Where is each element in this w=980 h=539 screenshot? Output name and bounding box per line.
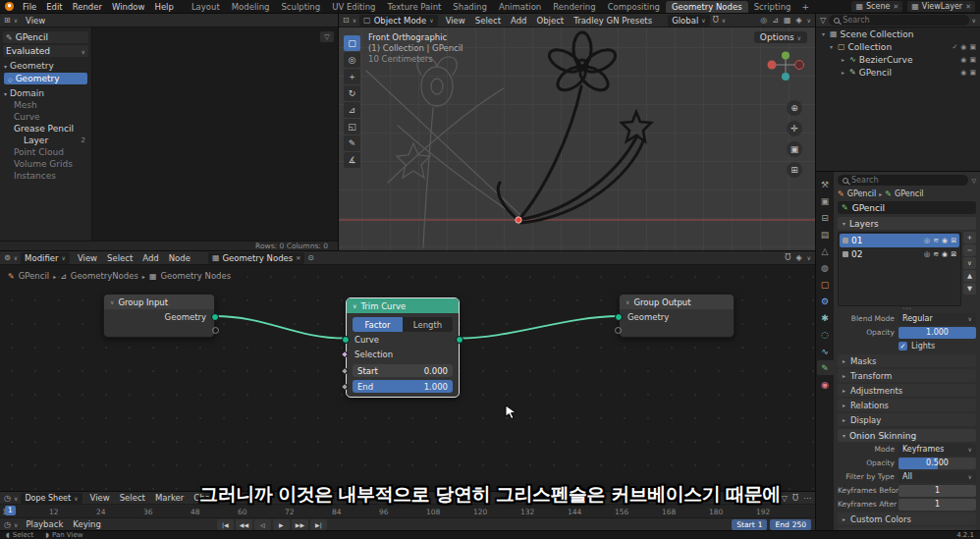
hide-viewport-icon[interactable]: ◉	[960, 43, 966, 51]
transport-button[interactable]: |◀	[217, 519, 234, 530]
node-context-dropdown[interactable]: Modifier ∨	[21, 252, 70, 264]
viewport-menu-item[interactable]: Select	[470, 16, 506, 26]
viewport-nav-button[interactable]: ▣	[787, 141, 802, 157]
workspace-tab[interactable]: Rendering	[547, 1, 601, 13]
view3d-editor-icon[interactable]: ⊡	[343, 16, 350, 25]
node-tree-selector[interactable]: ▦ Geometry Nodes ✕	[208, 252, 304, 264]
transport-button[interactable]: ▶|	[310, 519, 327, 530]
scene-unlink-icon[interactable]: ✕	[893, 3, 898, 11]
collapse-icon[interactable]: ∨	[110, 298, 114, 305]
timeline-menu-item[interactable]: Keying	[68, 519, 106, 529]
panel-header[interactable]: Display	[838, 413, 976, 426]
unlink-icon[interactable]: ✕	[296, 254, 300, 261]
evaluation-state-dropdown[interactable]: Evaluated ∨	[3, 45, 88, 57]
domain-item-instances[interactable]: Instances	[2, 170, 89, 182]
filter-by-type-dropdown[interactable]: All ∨	[898, 471, 976, 483]
geometry-input-socket[interactable]	[615, 313, 623, 321]
layer-color-swatch[interactable]	[843, 238, 848, 243]
outliner-filter-icon[interactable]: ▽	[820, 16, 826, 25]
outliner-search-input[interactable]	[843, 16, 963, 25]
frame-end-field[interactable]: End 250	[770, 519, 811, 530]
node-header[interactable]: ∨ Group Output	[620, 295, 734, 309]
hide-viewport-icon[interactable]: ◉	[960, 69, 966, 77]
transport-button[interactable]: ◀◀	[236, 519, 252, 530]
workspace-tab[interactable]: Compositing	[602, 1, 666, 13]
gizmo-toggle-icon[interactable]: ⊿	[772, 16, 779, 25]
node-canvas[interactable]: ✎ GPencil ▸ ⊿ GeometryNodes ▸ ▦ Geometry…	[0, 265, 815, 491]
disable-render-icon[interactable]: ▣	[969, 56, 976, 64]
workspace-tab[interactable]: UV Editing	[326, 1, 381, 13]
curve-input-socket[interactable]	[342, 336, 350, 344]
expand-icon[interactable]: ▾	[828, 43, 835, 50]
layer-row[interactable]: 02 ◎ ≋ ◉ ⊠	[840, 247, 959, 261]
expand-icon[interactable]: ▾	[820, 30, 827, 37]
virtual-output-socket[interactable]	[212, 327, 219, 334]
onion-opacity-slider[interactable]: 0.500	[898, 458, 976, 469]
viewport-menu-item[interactable]: View	[441, 16, 470, 26]
domain-item-mesh[interactable]: Mesh	[2, 99, 89, 111]
workspace-tab[interactable]: Modeling	[226, 1, 276, 13]
visibility-toggle-icon[interactable]: ◉	[942, 237, 948, 244]
factor-mode-button[interactable]: Factor	[353, 317, 403, 332]
geometry-section-header[interactable]: ▾ Geometry	[2, 60, 89, 72]
virtual-input-socket[interactable]	[615, 327, 622, 334]
lights-checkbox[interactable]: ✓	[898, 342, 907, 350]
workspace-tab[interactable]: Layout	[186, 1, 226, 13]
onion-skinning-panel-header[interactable]: ▾ Onion Skinning	[838, 429, 976, 442]
viewlayer-unlink-icon[interactable]: ✕	[965, 3, 971, 11]
scene-selector[interactable]: ▦ Scene ✕	[851, 1, 902, 12]
move-layer-up-button[interactable]: ▲	[963, 270, 976, 282]
layer-color-swatch[interactable]	[843, 251, 848, 257]
layer-opacity-slider[interactable]: 1.000	[898, 327, 976, 339]
properties-tab[interactable]: ◉	[817, 377, 834, 392]
properties-search-input[interactable]	[851, 176, 963, 185]
spreadsheet-filter-button[interactable]: ▽	[320, 31, 334, 42]
viewport-nav-button[interactable]: ✛	[787, 121, 802, 136]
node-menu-item[interactable]: Node	[164, 253, 195, 263]
layer-name[interactable]: 02	[851, 249, 862, 259]
shading-toggle-icon[interactable]: ◈	[795, 16, 801, 25]
geometry-dataset-item[interactable]: ◇ Geometry	[4, 73, 87, 84]
properties-tab[interactable]: △	[817, 243, 834, 258]
domain-item-layer[interactable]: Layer 2	[2, 135, 89, 146]
spreadsheet-object-selector[interactable]: ✎ GPencil	[3, 31, 88, 43]
collapse-icon[interactable]: ∨	[353, 302, 356, 309]
viewport-tool-button[interactable]: ＋	[344, 69, 360, 84]
layer-specials-button[interactable]: ∨	[963, 257, 976, 269]
panel-header[interactable]: Relations	[838, 399, 976, 411]
mask-toggle-icon[interactable]: ◎	[924, 250, 930, 258]
layer-name[interactable]: 01	[851, 236, 862, 245]
viewport-tool-button[interactable]: ◱	[344, 119, 360, 135]
node-editor-icon[interactable]: ⊚	[4, 253, 11, 262]
mask-toggle-icon[interactable]: ◎	[924, 237, 930, 244]
object-mode-dropdown[interactable]: ▢ Object Mode ∨	[359, 15, 438, 27]
properties-tab[interactable]: ▣	[817, 193, 834, 208]
timeline-menu-item[interactable]: Playback	[21, 519, 68, 529]
properties-tab[interactable]: ▢	[817, 277, 834, 292]
checkbox-icon[interactable]: ✓	[952, 43, 957, 51]
viewport-nav-button[interactable]: ⊕	[787, 100, 802, 116]
viewport-nav-button[interactable]: ⊞	[787, 162, 802, 178]
viewport-tool-button[interactable]: ↻	[344, 85, 360, 101]
menu-item[interactable]: File	[18, 2, 41, 12]
properties-tab[interactable]: ⊟	[817, 210, 834, 225]
panel-header[interactable]: Masks	[838, 354, 976, 367]
node-header[interactable]: ∨ Trim Curve	[347, 298, 459, 313]
chevron-down-icon[interactable]: ∨	[807, 254, 811, 261]
properties-tab[interactable]: ∿	[817, 344, 834, 358]
add-layer-button[interactable]: +	[963, 232, 976, 243]
viewport-tool-button[interactable]: ⊿	[344, 102, 360, 118]
domain-item-volume-grids[interactable]: Volume Grids	[2, 158, 89, 170]
list-resize-grip[interactable]: •••	[838, 306, 976, 311]
navigation-gizmo[interactable]	[766, 51, 805, 84]
menu-item[interactable]: Help	[149, 2, 178, 12]
editor-type-chevron-icon[interactable]: ∨	[14, 254, 18, 261]
disable-render-icon[interactable]: ▣	[969, 43, 976, 51]
curve-output-socket[interactable]	[456, 336, 463, 344]
expand-icon[interactable]: ▸	[840, 69, 846, 76]
menu-item[interactable]: Window	[107, 2, 150, 12]
snap-magnet-icon[interactable]: Ʊ	[713, 16, 719, 25]
editor-type-chevron-icon[interactable]: ∨	[353, 17, 356, 24]
workspace-tab[interactable]: Shading	[447, 1, 493, 13]
viewport-tool-button[interactable]: ∡	[344, 152, 360, 168]
